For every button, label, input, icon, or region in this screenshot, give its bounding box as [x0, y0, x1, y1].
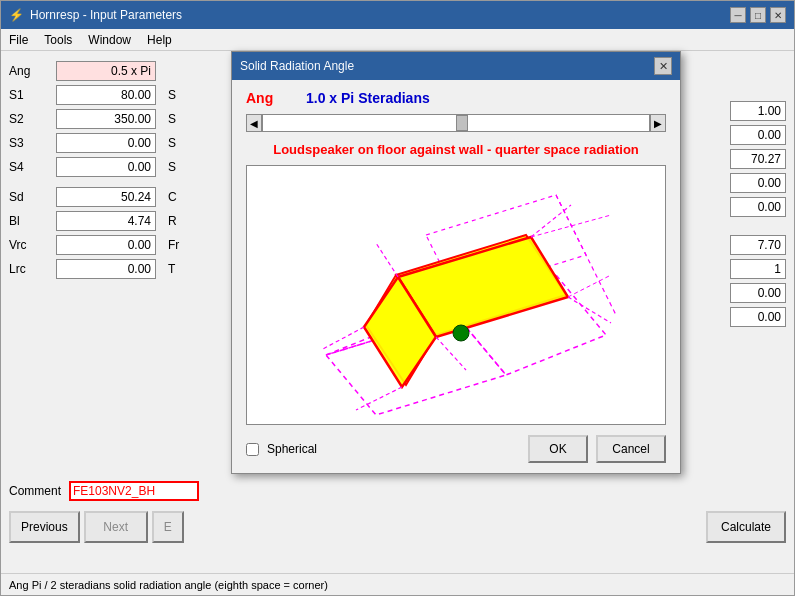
modal-body: Ang 1.0 x Pi Steradians ◀ ▶ Loudspeaker …	[232, 80, 680, 473]
comment-input[interactable]	[69, 481, 199, 501]
vrc-label: Vrc	[9, 235, 44, 255]
s3-input[interactable]	[56, 133, 156, 153]
title-bar: ⚡ Hornresp - Input Parameters ─ □ ✕	[1, 1, 794, 29]
comment-row: Comment	[9, 481, 199, 501]
s2-right-label: S	[168, 109, 203, 129]
right-val-2: 0.00	[730, 125, 786, 145]
right-val-1: 1.00	[730, 101, 786, 121]
s3-right-label: S	[168, 133, 203, 153]
modal-dialog: Solid Radiation Angle ✕ Ang 1.0 x Pi Ste…	[231, 51, 681, 474]
spherical-checkbox[interactable]	[246, 443, 259, 456]
lrc-input[interactable]	[56, 259, 156, 279]
main-window: ⚡ Hornresp - Input Parameters ─ □ ✕ File…	[0, 0, 795, 596]
s4-right-label: S	[168, 157, 203, 177]
bl-input[interactable]	[56, 211, 156, 231]
slider-left-arrow[interactable]: ◀	[246, 114, 262, 132]
svg-line-13	[321, 327, 364, 350]
sd-label: Sd	[9, 187, 44, 207]
s3-label: S3	[9, 133, 44, 153]
modal-ang-label: Ang	[246, 90, 286, 106]
ang-input[interactable]	[56, 61, 156, 81]
modal-title: Solid Radiation Angle	[240, 59, 354, 73]
lrc-label: Lrc	[9, 259, 44, 279]
modal-ang-value: 1.0 x Pi Steradians	[306, 90, 430, 106]
modal-title-bar: Solid Radiation Angle ✕	[232, 52, 680, 80]
right-val-3: 70.27	[730, 149, 786, 169]
slider-thumb[interactable]	[456, 115, 468, 131]
radiation-description: Loudspeaker on floor against wall - quar…	[246, 142, 666, 157]
s1-label: S1	[9, 85, 44, 105]
right-val-9: 0.00	[730, 307, 786, 327]
button-row: Previous Next E	[9, 511, 184, 543]
s2-label: S2	[9, 109, 44, 129]
s2-input[interactable]	[56, 109, 156, 129]
ang-label: Ang	[9, 61, 44, 81]
app-icon: ⚡	[9, 8, 24, 22]
title-bar-controls: ─ □ ✕	[730, 7, 786, 23]
menu-tools[interactable]: Tools	[36, 31, 80, 49]
s4-input[interactable]	[56, 157, 156, 177]
svg-line-17	[568, 275, 611, 297]
close-button[interactable]: ✕	[770, 7, 786, 23]
slider-track[interactable]	[262, 114, 650, 132]
bl-right-label: R	[168, 211, 203, 231]
ok-button[interactable]: OK	[528, 435, 588, 463]
right-spacer	[730, 221, 786, 231]
right-values-column: 1.00 0.00 70.27 0.00 0.00 7.70 1 0.00 0.…	[730, 101, 786, 327]
right-val-5: 0.00	[730, 197, 786, 217]
status-text: Ang Pi / 2 steradians solid radiation an…	[9, 579, 328, 591]
comment-label: Comment	[9, 484, 61, 498]
modal-bottom-controls: Spherical OK Cancel	[246, 435, 666, 463]
modal-close-button[interactable]: ✕	[654, 57, 672, 75]
menu-help[interactable]: Help	[139, 31, 180, 49]
previous-button[interactable]: Previous	[9, 511, 80, 543]
cancel-button[interactable]: Cancel	[596, 435, 666, 463]
svg-line-15	[436, 337, 466, 370]
bl-label: Bl	[9, 211, 44, 231]
vrc-input[interactable]	[56, 235, 156, 255]
s1-right-label: S	[168, 85, 203, 105]
svg-line-10	[568, 297, 611, 323]
menu-bar: File Tools Window Help	[1, 29, 794, 51]
right-val-7: 1	[730, 259, 786, 279]
right-val-4: 0.00	[730, 173, 786, 193]
diagram-area	[246, 165, 666, 425]
next-button[interactable]: Next	[84, 511, 148, 543]
radiation-diagram	[266, 175, 646, 415]
lrc-right-label: T	[168, 259, 203, 279]
menu-file[interactable]: File	[1, 31, 36, 49]
maximize-button[interactable]: □	[750, 7, 766, 23]
title-bar-left: ⚡ Hornresp - Input Parameters	[9, 8, 182, 22]
modal-slider-row: ◀ ▶	[246, 114, 666, 132]
vrc-right-label: Fr	[168, 235, 203, 255]
e-label	[168, 61, 203, 81]
s4-label: S4	[9, 157, 44, 177]
sd-right-label: C	[168, 187, 203, 207]
right-val-6: 7.70	[730, 235, 786, 255]
sd-input[interactable]	[56, 187, 156, 207]
s1-input[interactable]	[56, 85, 156, 105]
svg-line-14	[376, 243, 398, 277]
e-button[interactable]: E	[152, 511, 184, 543]
svg-line-11	[531, 205, 571, 237]
calculate-button[interactable]: Calculate	[706, 511, 786, 543]
spherical-label: Spherical	[267, 442, 317, 456]
app-title: Hornresp - Input Parameters	[30, 8, 182, 22]
minimize-button[interactable]: ─	[730, 7, 746, 23]
modal-ang-row: Ang 1.0 x Pi Steradians	[246, 90, 666, 106]
svg-point-9	[453, 325, 469, 341]
right-val-8: 0.00	[730, 283, 786, 303]
status-bar: Ang Pi / 2 steradians solid radiation an…	[1, 573, 794, 595]
menu-window[interactable]: Window	[80, 31, 139, 49]
slider-right-arrow[interactable]: ▶	[650, 114, 666, 132]
